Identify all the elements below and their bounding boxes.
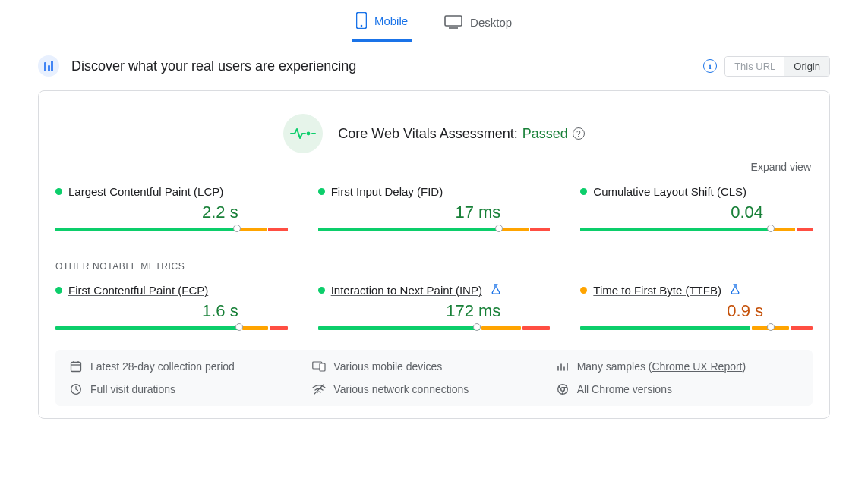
marker bbox=[235, 323, 243, 331]
footer-samples-prefix: Many samples ( bbox=[577, 360, 652, 373]
metric-ttfb-name[interactable]: Time to First Byte (TTFB) bbox=[593, 284, 721, 297]
vitals-icon bbox=[283, 114, 323, 153]
metric-ttfb-value: 0.9 s bbox=[580, 301, 813, 321]
footer-network-text: Various network connections bbox=[333, 383, 469, 395]
toggle-this-url[interactable]: This URL bbox=[725, 57, 784, 76]
footer-period-text: Latest 28-day collection period bbox=[90, 360, 235, 373]
status-dot bbox=[580, 287, 587, 294]
flask-icon bbox=[731, 284, 740, 297]
chrome-ux-report-link[interactable]: Chrome UX Report bbox=[652, 360, 742, 373]
divider bbox=[55, 250, 813, 250]
marker bbox=[233, 225, 241, 232]
footer-browser: All Chrome versions bbox=[556, 383, 799, 395]
metric-fcp-bar bbox=[55, 325, 288, 330]
metric-lcp-value: 2.2 s bbox=[55, 203, 288, 222]
expand-view-link[interactable]: Expand view bbox=[55, 156, 813, 185]
scope-toggle: This URL Origin bbox=[724, 56, 830, 77]
marker bbox=[473, 323, 481, 331]
assessment-result: Passed bbox=[522, 126, 568, 142]
header-right: i This URL Origin bbox=[703, 56, 830, 77]
page-title: Discover what your real users are experi… bbox=[71, 58, 356, 74]
metric-cls-name[interactable]: Cumulative Layout Shift (CLS) bbox=[593, 185, 746, 198]
mobile-icon bbox=[356, 12, 367, 29]
footer-network: Various network connections bbox=[312, 383, 555, 395]
metric-inp-name[interactable]: Interaction to Next Paint (INP) bbox=[331, 284, 482, 297]
metric-ttfb: Time to First Byte (TTFB) 0.9 s bbox=[580, 284, 813, 330]
footer-browser-text: All Chrome versions bbox=[577, 383, 672, 395]
other-metrics-title: OTHER NOTABLE METRICS bbox=[55, 261, 813, 272]
calendar-icon bbox=[69, 360, 83, 373]
status-dot bbox=[318, 188, 325, 195]
chrome-icon bbox=[556, 383, 570, 395]
marker bbox=[767, 323, 775, 331]
metric-fcp-name[interactable]: First Contentful Paint (FCP) bbox=[68, 284, 208, 297]
marker bbox=[495, 225, 503, 232]
tab-desktop-label: Desktop bbox=[470, 16, 512, 29]
status-dot bbox=[318, 287, 325, 294]
metric-fid-bar bbox=[318, 227, 551, 231]
tab-desktop[interactable]: Desktop bbox=[440, 11, 516, 42]
footer-devices-text: Various mobile devices bbox=[333, 360, 442, 373]
samples-icon bbox=[556, 361, 570, 372]
device-tabs: Mobile Desktop bbox=[0, 0, 868, 42]
devices-icon bbox=[312, 361, 326, 372]
marker bbox=[767, 225, 775, 232]
footer-samples-suffix: ) bbox=[743, 360, 746, 373]
status-dot bbox=[580, 188, 587, 195]
assessment-label: Core Web Vitals Assessment: bbox=[338, 126, 517, 142]
header-row: Discover what your real users are experi… bbox=[0, 42, 868, 83]
metric-lcp-bar bbox=[55, 227, 288, 231]
metric-lcp-name[interactable]: Largest Contentful Paint (LCP) bbox=[68, 185, 223, 198]
metric-fid: First Input Delay (FID) 17 ms bbox=[318, 185, 551, 231]
metric-cls-value: 0.04 bbox=[580, 203, 813, 222]
header-left: Discover what your real users are experi… bbox=[38, 55, 356, 77]
status-dot bbox=[55, 188, 62, 195]
metric-cls-bar bbox=[580, 227, 813, 231]
metric-fid-value: 17 ms bbox=[318, 203, 551, 222]
metric-fcp: First Contentful Paint (FCP) 1.6 s bbox=[55, 284, 288, 330]
footer-session-text: Full visit durations bbox=[90, 383, 175, 395]
status-dot bbox=[55, 287, 62, 294]
svg-point-4 bbox=[307, 132, 311, 136]
metric-inp: Interaction to Next Paint (INP) 172 ms bbox=[318, 284, 551, 330]
footer-devices: Various mobile devices bbox=[312, 360, 555, 373]
footer-period: Latest 28-day collection period bbox=[69, 360, 312, 373]
tab-mobile-label: Mobile bbox=[374, 14, 408, 27]
assessment-text: Core Web Vitals Assessment: Passed ? bbox=[338, 126, 584, 142]
svg-rect-2 bbox=[445, 16, 462, 26]
flask-icon bbox=[491, 284, 500, 297]
metric-cls: Cumulative Layout Shift (CLS) 0.04 bbox=[580, 185, 813, 231]
clock-icon bbox=[69, 383, 83, 395]
footer-session: Full visit durations bbox=[69, 383, 312, 395]
assessment-row: Core Web Vitals Assessment: Passed ? bbox=[55, 106, 813, 156]
core-metrics-grid: Largest Contentful Paint (LCP) 2.2 s Fir… bbox=[55, 185, 813, 231]
footer-samples: Many samples (Chrome UX Report) bbox=[556, 360, 799, 373]
vitals-panel: Core Web Vitals Assessment: Passed ? Exp… bbox=[38, 90, 830, 419]
wifi-icon bbox=[312, 384, 326, 395]
help-icon[interactable]: ? bbox=[573, 127, 585, 140]
other-metrics-grid: First Contentful Paint (FCP) 1.6 s Inter… bbox=[55, 284, 813, 330]
collection-details: Latest 28-day collection period Various … bbox=[55, 350, 813, 406]
crux-icon bbox=[38, 55, 59, 77]
metric-ttfb-bar bbox=[580, 325, 813, 330]
metric-inp-bar bbox=[318, 325, 551, 330]
metric-lcp: Largest Contentful Paint (LCP) 2.2 s bbox=[55, 185, 288, 231]
toggle-origin[interactable]: Origin bbox=[784, 57, 829, 76]
svg-rect-11 bbox=[320, 363, 325, 371]
svg-point-1 bbox=[361, 25, 363, 27]
metric-fid-name[interactable]: First Input Delay (FID) bbox=[331, 185, 443, 198]
desktop-icon bbox=[444, 15, 462, 29]
tab-mobile[interactable]: Mobile bbox=[352, 8, 412, 42]
metric-fcp-value: 1.6 s bbox=[55, 301, 288, 321]
metric-inp-value: 172 ms bbox=[318, 301, 551, 321]
svg-rect-6 bbox=[71, 363, 81, 372]
info-icon[interactable]: i bbox=[703, 59, 717, 73]
